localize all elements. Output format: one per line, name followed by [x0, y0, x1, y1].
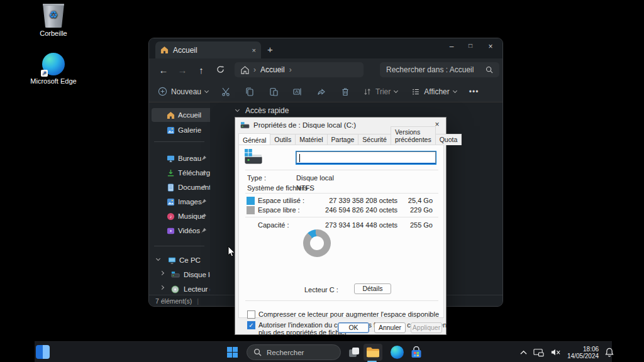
sidebar-item-galerie[interactable]: Galerie: [152, 123, 210, 137]
documents-icon: [167, 184, 175, 192]
taskbar-search[interactable]: Rechercher: [247, 344, 341, 360]
close-button[interactable]: ×: [481, 42, 500, 51]
notifications-bell-icon[interactable]: [605, 348, 614, 357]
chevron-down-icon[interactable]: [156, 256, 160, 261]
sidebar-item-label: Images: [178, 198, 202, 206]
sidebar-item-telechargements[interactable]: Téléchargements: [152, 166, 210, 180]
breadcrumb-location[interactable]: Accueil: [260, 65, 285, 74]
compress-checkbox[interactable]: [247, 310, 255, 319]
refresh-button[interactable]: [211, 65, 230, 75]
share-icon[interactable]: [316, 87, 326, 97]
hidden-icons-chevron-icon[interactable]: [520, 350, 527, 355]
ok-button[interactable]: OK: [338, 322, 369, 333]
chevron-right-icon[interactable]: [160, 271, 164, 275]
forward-button[interactable]: →: [173, 65, 192, 75]
details-pane-button[interactable]: Détails: [502, 87, 503, 96]
pin-icon: [201, 184, 207, 190]
delete-icon[interactable]: [340, 87, 350, 97]
copy-icon[interactable]: [245, 87, 255, 97]
chevron-down-icon: [394, 88, 398, 92]
capacity-bytes: 273 934 184 448 octets: [316, 221, 397, 229]
details-button[interactable]: Détails: [354, 283, 391, 294]
taskbar-store-button[interactable]: [408, 344, 425, 361]
apply-button[interactable]: Appliquer: [411, 322, 442, 333]
back-button[interactable]: ←: [154, 65, 173, 75]
general-tab-page: Type : Disque local Système de fichiers …: [238, 145, 444, 318]
sidebar-item-documents[interactable]: Documents: [152, 180, 210, 194]
sidebar-item-lecteur-cd[interactable]: Lecteur de CD: [152, 282, 210, 295]
new-button[interactable]: Nouveau: [158, 87, 208, 96]
sidebar-item-disque-local[interactable]: Disque local (C:): [152, 268, 210, 282]
sort-label: Trier: [375, 87, 391, 96]
home-icon: [167, 111, 175, 119]
volume-muted-icon[interactable]: [550, 348, 561, 356]
sidebar-item-bureau[interactable]: Bureau: [152, 151, 210, 165]
task-view-button[interactable]: [345, 344, 362, 361]
new-tab-button[interactable]: +: [267, 44, 273, 55]
taskbar-edge-button[interactable]: [389, 344, 406, 361]
tab-materiel[interactable]: Matériel: [295, 134, 327, 145]
task-view-icon: [348, 346, 360, 359]
cut-icon[interactable]: [221, 87, 231, 97]
store-icon: [410, 346, 423, 359]
sidebar-item-ce-pc[interactable]: Ce PC: [152, 253, 210, 267]
compress-checkbox-label[interactable]: Compresser ce lecteur pour augmenter l'e…: [258, 311, 448, 319]
tab-quota[interactable]: Quota: [435, 134, 462, 145]
quick-access-section[interactable]: Accès rapide: [236, 106, 289, 115]
search-icon: [486, 66, 493, 74]
more-options-button[interactable]: •••: [469, 87, 479, 96]
downloads-icon: [167, 169, 175, 177]
volume-label-input[interactable]: [296, 151, 436, 164]
sidebar-item-videos[interactable]: Vidéos: [152, 224, 210, 238]
cancel-button[interactable]: Annuler: [374, 322, 406, 333]
cast-display-icon[interactable]: [533, 348, 544, 357]
view-button[interactable]: Afficher: [411, 87, 456, 96]
tab-securite[interactable]: Sécurité: [358, 134, 391, 145]
edit-actions: [221, 87, 350, 97]
folder-icon: [366, 346, 380, 358]
tab-partage[interactable]: Partage: [327, 134, 359, 145]
explorer-search-input[interactable]: Rechercher dans : Accueil: [380, 62, 499, 77]
desktop-icon-recycle-bin[interactable]: ♻ Corbeille: [30, 4, 77, 37]
tab-outils[interactable]: Outils: [270, 134, 296, 145]
free-space-row: Espace libre : 246 594 826 240 octets 22…: [247, 206, 435, 214]
explorer-tab-accueil[interactable]: Accueil ×: [155, 41, 261, 58]
cd-icon: [171, 285, 179, 293]
pin-icon: [201, 228, 207, 234]
clock-time: 18:06: [567, 346, 599, 353]
chevron-right-icon[interactable]: [160, 285, 164, 290]
tab-versions-precedentes[interactable]: Versions précédentes: [391, 126, 436, 145]
tab-close-icon[interactable]: ×: [252, 47, 256, 54]
search-placeholder: Rechercher dans : Accueil: [386, 65, 486, 74]
capacity-size: 255 Go: [397, 221, 433, 229]
sidebar-item-label: Lecteur de CD: [184, 285, 210, 293]
sort-button[interactable]: Trier: [363, 87, 397, 96]
sidebar-item-label: Vidéos: [178, 227, 200, 234]
paste-icon[interactable]: [269, 87, 279, 97]
chevron-down-icon: [453, 88, 457, 92]
taskbar-file-explorer-button[interactable]: [364, 344, 382, 361]
start-button[interactable]: [224, 344, 241, 361]
widgets-button[interactable]: [36, 345, 50, 359]
sidebar-item-images[interactable]: Images: [152, 195, 210, 209]
capacity-label: Capacité :: [258, 221, 316, 229]
taskbar-clock[interactable]: 18:06 14/05/2024: [567, 346, 599, 359]
tab-general[interactable]: Général: [238, 133, 270, 146]
address-bar[interactable]: › Accueil ›: [235, 62, 364, 77]
desktop-icon-edge[interactable]: ↗ Microsoft Edge: [30, 53, 77, 85]
sidebar-item-accueil[interactable]: Accueil: [152, 108, 210, 122]
sidebar-item-musique[interactable]: ♪ Musique: [152, 209, 210, 223]
maximize-button[interactable]: □: [461, 42, 480, 49]
minimize-button[interactable]: –: [442, 42, 461, 51]
indexing-checkbox[interactable]: ✓: [247, 321, 255, 329]
details-pane-icon: [502, 87, 503, 96]
up-button[interactable]: ↑: [192, 65, 211, 75]
item-count: 7 élément(s): [155, 297, 192, 305]
rename-icon[interactable]: [292, 87, 303, 97]
desktop-icon-label: Microsoft Edge: [30, 77, 77, 85]
free-space-label: Espace libre :: [258, 206, 316, 214]
svg-text:♪: ♪: [170, 214, 172, 219]
mouse-cursor: [228, 246, 236, 258]
chevron-down-icon: [235, 107, 240, 112]
screenshot-canvas: ♻ Corbeille ↗ Microsoft Edge Accueil × +…: [0, 0, 644, 362]
